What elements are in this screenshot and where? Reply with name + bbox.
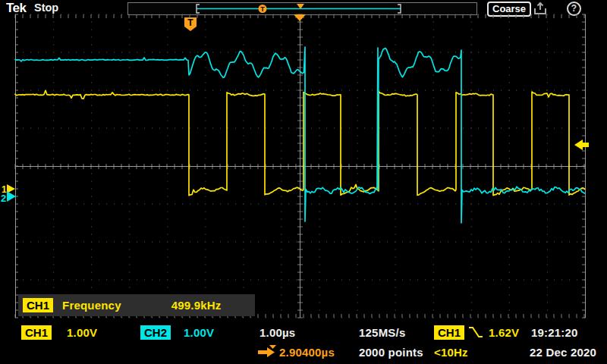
expansion-point-icon (294, 14, 306, 21)
trigger-level-icon (574, 140, 589, 150)
clock-date: 22 Dec 2020 (530, 346, 596, 359)
trigger-source-badge: CH1 (434, 325, 464, 340)
measurement-value: 499.9kHz (171, 299, 222, 312)
measurement-name: Frequency (62, 299, 121, 312)
ch2-badge: CH2 (140, 325, 171, 340)
measurement-source-badge: CH1 (23, 298, 53, 312)
oscilloscope-screen: Tek Stop T Coarse ? T12 CH1 Frequency 49… (0, 0, 607, 364)
measurement-panel: CH1 Frequency 499.9kHz (18, 294, 255, 316)
record-length: 2000 points (359, 346, 423, 359)
ch2-scale: 1.00V (184, 326, 214, 339)
svg-text:T: T (187, 17, 193, 28)
trigger-level: 1.62V (489, 326, 519, 339)
ch1-badge: CH1 (21, 325, 52, 340)
sample-rate: 125MS/s (359, 326, 405, 339)
trigger-point-flag-icon: T (184, 17, 197, 31)
horizontal-delay: 2.90400µs (279, 346, 335, 359)
trigger-frequency: <10Hz (434, 346, 468, 359)
horizontal-scale: 1.00µs (259, 326, 295, 339)
ch2-ground-marker: 2 (1, 191, 16, 204)
svg-text:2: 2 (1, 193, 6, 204)
ch1-scale: 1.00V (67, 326, 97, 339)
delay-arrow-icon (258, 345, 277, 357)
falling-edge-icon (467, 325, 485, 340)
clock-time: 19:21:20 (531, 326, 578, 339)
